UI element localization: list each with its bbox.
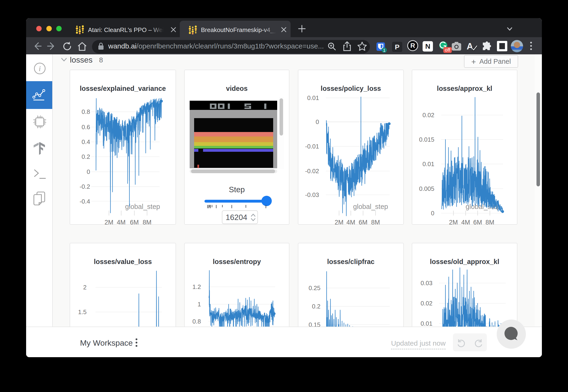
svg-text:6M: 6M	[473, 219, 482, 225]
svg-text:1: 1	[198, 301, 201, 308]
svg-text:4M: 4M	[117, 219, 126, 225]
svg-text:4M: 4M	[461, 219, 470, 225]
svg-text:8M: 8M	[143, 219, 152, 225]
svg-text:8M: 8M	[485, 219, 494, 225]
svg-text:0.01: 0.01	[422, 160, 434, 168]
svg-text:global_step: global_step	[125, 203, 160, 210]
svg-text:-0.2: -0.2	[80, 183, 90, 190]
svg-text:0.02: 0.02	[420, 300, 432, 307]
svg-text:0.8: 0.8	[193, 318, 201, 325]
svg-text:2: 2	[83, 284, 87, 291]
svg-text:0.02: 0.02	[422, 112, 434, 119]
svg-text:0: 0	[316, 118, 319, 126]
svg-text:0.25: 0.25	[308, 284, 320, 292]
svg-text:-0.03: -0.03	[305, 191, 319, 198]
svg-text:0.005: 0.005	[419, 185, 434, 192]
svg-text:0.8: 0.8	[82, 108, 90, 115]
svg-text:i: i	[39, 64, 41, 73]
svg-text:1.2: 1.2	[193, 283, 201, 290]
svg-text:6M: 6M	[359, 219, 368, 225]
svg-text:off: off	[445, 47, 450, 53]
svg-text:0.01: 0.01	[420, 320, 432, 327]
svg-text:1.5: 1.5	[78, 308, 87, 316]
svg-text:0.6: 0.6	[82, 124, 90, 131]
svg-text:8M: 8M	[371, 219, 380, 225]
svg-text:1: 1	[383, 48, 386, 53]
svg-text:-0.4: -0.4	[80, 198, 90, 205]
svg-text:0.01: 0.01	[307, 94, 319, 101]
svg-text:0.015: 0.015	[419, 136, 434, 143]
svg-text:6M: 6M	[130, 219, 139, 225]
svg-text:-0.02: -0.02	[305, 168, 319, 175]
svg-text:0.2: 0.2	[82, 153, 90, 160]
svg-text:2M: 2M	[335, 219, 344, 225]
svg-text:0: 0	[431, 210, 434, 217]
svg-text:2M: 2M	[104, 219, 113, 225]
svg-text:2M: 2M	[449, 219, 458, 225]
svg-text:0.2: 0.2	[312, 303, 320, 310]
svg-text:0.03: 0.03	[420, 280, 432, 287]
svg-text:global_step: global_step	[353, 203, 388, 210]
svg-text:0: 0	[87, 168, 90, 175]
svg-text:A: A	[467, 42, 473, 51]
svg-text:4M: 4M	[346, 219, 355, 225]
svg-text:-0.01: -0.01	[305, 143, 319, 150]
svg-text:0.4: 0.4	[82, 138, 90, 145]
